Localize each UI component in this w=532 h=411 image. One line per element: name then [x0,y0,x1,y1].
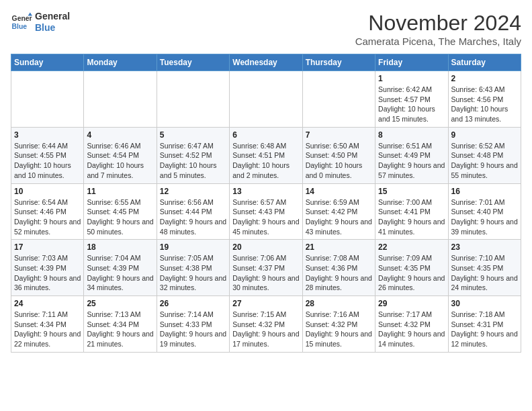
calendar-week-row: 17Sunrise: 7:03 AM Sunset: 4:39 PM Dayli… [11,240,521,296]
day-number: 17 [14,242,81,252]
svg-marker-2 [28,12,32,15]
month-year-title: November 2024 [355,11,521,36]
calendar-week-row: 10Sunrise: 6:54 AM Sunset: 4:46 PM Dayli… [11,183,521,240]
calendar-cell: 11Sunrise: 6:55 AM Sunset: 4:45 PM Dayli… [84,183,157,240]
day-info: Sunrise: 6:50 AM Sunset: 4:50 PM Dayligh… [306,141,372,181]
calendar-cell [302,71,375,128]
day-info: Sunrise: 6:48 AM Sunset: 4:51 PM Dayligh… [232,141,299,181]
logo-general: General [35,11,70,22]
day-number: 29 [378,299,445,308]
day-number: 26 [160,299,226,308]
weekday-header-monday: Monday [84,54,157,71]
day-info: Sunrise: 7:05 AM Sunset: 4:38 PM Dayligh… [160,253,226,293]
calendar-cell: 1Sunrise: 6:42 AM Sunset: 4:57 PM Daylig… [375,71,448,128]
day-info: Sunrise: 7:17 AM Sunset: 4:32 PM Dayligh… [378,310,445,349]
weekday-header-wednesday: Wednesday [230,54,302,71]
title-block: November 2024 Camerata Picena, The March… [355,11,521,47]
weekday-header-saturday: Saturday [448,54,521,71]
calendar-week-row: 1Sunrise: 6:42 AM Sunset: 4:57 PM Daylig… [11,71,521,128]
calendar-cell: 15Sunrise: 7:00 AM Sunset: 4:41 PM Dayli… [375,183,448,240]
calendar-cell: 6Sunrise: 6:48 AM Sunset: 4:51 PM Daylig… [230,127,302,183]
calendar-cell: 26Sunrise: 7:14 AM Sunset: 4:33 PM Dayli… [157,296,229,353]
day-info: Sunrise: 7:01 AM Sunset: 4:40 PM Dayligh… [451,197,518,237]
calendar-cell: 28Sunrise: 7:16 AM Sunset: 4:32 PM Dayli… [302,296,375,353]
day-number: 18 [87,242,153,252]
calendar-cell: 21Sunrise: 7:08 AM Sunset: 4:36 PM Dayli… [302,240,375,296]
svg-text:Blue: Blue [12,22,28,30]
day-info: Sunrise: 7:10 AM Sunset: 4:35 PM Dayligh… [451,253,518,293]
day-info: Sunrise: 7:15 AM Sunset: 4:32 PM Dayligh… [232,310,299,349]
logo: General Blue General Blue [11,11,70,34]
calendar-cell: 16Sunrise: 7:01 AM Sunset: 4:40 PM Dayli… [448,183,521,240]
day-number: 5 [160,130,226,140]
day-number: 20 [232,242,299,252]
calendar-cell: 4Sunrise: 6:46 AM Sunset: 4:54 PM Daylig… [84,127,157,183]
day-number: 13 [232,187,299,196]
weekday-header-friday: Friday [375,54,448,71]
day-info: Sunrise: 7:13 AM Sunset: 4:34 PM Dayligh… [87,310,153,349]
day-number: 4 [87,130,153,140]
day-number: 2 [451,74,518,83]
calendar-cell: 27Sunrise: 7:15 AM Sunset: 4:32 PM Dayli… [230,296,302,353]
logo-blue: Blue [35,22,70,34]
day-info: Sunrise: 6:47 AM Sunset: 4:52 PM Dayligh… [160,141,226,181]
day-number: 6 [232,130,299,140]
day-number: 21 [306,242,372,252]
day-info: Sunrise: 6:44 AM Sunset: 4:55 PM Dayligh… [14,141,81,181]
day-number: 23 [451,242,518,252]
calendar-cell: 14Sunrise: 6:59 AM Sunset: 4:42 PM Dayli… [302,183,375,240]
day-info: Sunrise: 6:43 AM Sunset: 4:56 PM Dayligh… [451,85,518,124]
day-number: 11 [87,187,153,196]
calendar-cell: 9Sunrise: 6:52 AM Sunset: 4:48 PM Daylig… [448,127,521,183]
logo-icon: General Blue [11,11,32,33]
day-info: Sunrise: 6:54 AM Sunset: 4:46 PM Dayligh… [14,197,81,237]
calendar-cell: 23Sunrise: 7:10 AM Sunset: 4:35 PM Dayli… [448,240,521,296]
day-number: 16 [451,187,518,196]
day-number: 12 [160,187,226,196]
day-info: Sunrise: 7:11 AM Sunset: 4:34 PM Dayligh… [14,310,81,349]
day-number: 7 [306,130,372,140]
day-number: 1 [378,74,445,83]
day-number: 15 [378,187,445,196]
calendar-cell: 13Sunrise: 6:57 AM Sunset: 4:43 PM Dayli… [230,183,302,240]
calendar-cell: 24Sunrise: 7:11 AM Sunset: 4:34 PM Dayli… [11,296,84,353]
day-number: 22 [378,242,445,252]
calendar-cell [230,71,302,128]
day-number: 30 [451,299,518,308]
location-subtitle: Camerata Picena, The Marches, Italy [355,36,521,47]
day-number: 14 [306,187,372,196]
calendar-cell: 7Sunrise: 6:50 AM Sunset: 4:50 PM Daylig… [302,127,375,183]
calendar-week-row: 3Sunrise: 6:44 AM Sunset: 4:55 PM Daylig… [11,127,521,183]
day-number: 28 [306,299,372,308]
day-number: 24 [14,299,81,308]
day-info: Sunrise: 6:52 AM Sunset: 4:48 PM Dayligh… [451,141,518,181]
calendar-cell: 19Sunrise: 7:05 AM Sunset: 4:38 PM Dayli… [157,240,229,296]
calendar-cell: 5Sunrise: 6:47 AM Sunset: 4:52 PM Daylig… [157,127,229,183]
calendar-cell: 8Sunrise: 6:51 AM Sunset: 4:49 PM Daylig… [375,127,448,183]
day-number: 10 [14,187,81,196]
calendar-cell [11,71,84,128]
weekday-header-thursday: Thursday [302,54,375,71]
day-info: Sunrise: 6:57 AM Sunset: 4:43 PM Dayligh… [232,197,299,237]
calendar-cell [84,71,157,128]
calendar-cell: 17Sunrise: 7:03 AM Sunset: 4:39 PM Dayli… [11,240,84,296]
calendar-cell: 25Sunrise: 7:13 AM Sunset: 4:34 PM Dayli… [84,296,157,353]
calendar-cell: 30Sunrise: 7:18 AM Sunset: 4:31 PM Dayli… [448,296,521,353]
day-number: 8 [378,130,445,140]
day-info: Sunrise: 7:18 AM Sunset: 4:31 PM Dayligh… [451,310,518,349]
calendar-cell: 2Sunrise: 6:43 AM Sunset: 4:56 PM Daylig… [448,71,521,128]
day-number: 25 [87,299,153,308]
weekday-header-sunday: Sunday [11,54,84,71]
day-info: Sunrise: 7:16 AM Sunset: 4:32 PM Dayligh… [306,310,372,349]
weekday-header-row: SundayMondayTuesdayWednesdayThursdayFrid… [11,54,521,71]
calendar-cell: 29Sunrise: 7:17 AM Sunset: 4:32 PM Dayli… [375,296,448,353]
day-number: 9 [451,130,518,140]
day-number: 27 [232,299,299,308]
calendar-cell: 22Sunrise: 7:09 AM Sunset: 4:35 PM Dayli… [375,240,448,296]
day-info: Sunrise: 7:14 AM Sunset: 4:33 PM Dayligh… [160,310,226,349]
day-info: Sunrise: 7:03 AM Sunset: 4:39 PM Dayligh… [14,253,81,293]
day-info: Sunrise: 6:56 AM Sunset: 4:44 PM Dayligh… [160,197,226,237]
calendar-cell [157,71,229,128]
calendar-cell: 12Sunrise: 6:56 AM Sunset: 4:44 PM Dayli… [157,183,229,240]
day-info: Sunrise: 7:09 AM Sunset: 4:35 PM Dayligh… [378,253,445,293]
